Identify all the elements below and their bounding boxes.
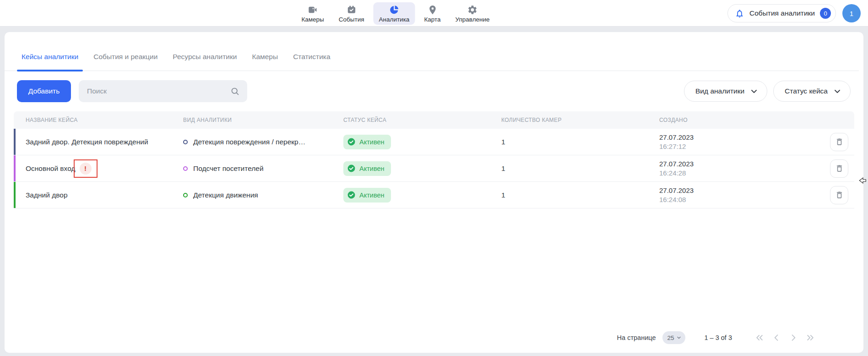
delete-case-button[interactable]	[830, 186, 848, 204]
analytics-type-cell: Детекция повреждения / перекр…	[183, 138, 343, 146]
header-created: СОЗДАНО	[659, 117, 806, 123]
top-bar: Камеры События Аналитика Карта Управлени…	[0, 0, 868, 27]
trash-icon	[835, 164, 844, 173]
next-page-icon[interactable]	[789, 333, 798, 342]
last-page-icon[interactable]	[806, 333, 815, 342]
delete-case-button[interactable]	[830, 133, 848, 151]
row-accent-bar	[14, 155, 16, 181]
row-accent-bar	[14, 182, 16, 208]
per-page-label: На странице	[617, 334, 656, 341]
analytics-type-label: Детекция повреждения / перекр…	[193, 138, 305, 146]
map-pin-icon	[427, 5, 438, 15]
analytics-type-cell: Подсчет посетителей	[183, 164, 343, 173]
row-accent-bar	[14, 129, 16, 155]
tab-events-reactions[interactable]: События и реакции	[93, 53, 157, 71]
nav-item-management[interactable]: Управление	[450, 2, 495, 25]
analytics-type-filter[interactable]: Вид аналитики	[684, 81, 767, 102]
analytics-events-label: События аналитики	[749, 9, 815, 17]
page-range: 1 – 3 of 3	[705, 334, 732, 341]
case-name: Задний двор. Детекция повреждений	[26, 138, 148, 146]
chevron-down-icon	[834, 88, 841, 95]
created-time: 16:24:08	[659, 195, 806, 204]
chevron-down-icon	[676, 335, 682, 340]
row-actions	[806, 186, 854, 204]
filters: Вид аналитики Статус кейса	[684, 81, 851, 102]
tab-statistics[interactable]: Статистика	[293, 53, 330, 71]
tab-analytics-resources[interactable]: Ресурсы аналитики	[173, 53, 237, 71]
nav-item-map[interactable]: Карта	[418, 2, 446, 25]
created-cell: 27.07.2023 16:24:28	[659, 159, 806, 178]
toolbar: Добавить Вид аналитики Статус кейса	[5, 71, 863, 111]
gear-icon	[467, 5, 478, 15]
nav-item-cameras[interactable]: Камеры	[296, 2, 329, 25]
search-icon[interactable]	[230, 87, 240, 96]
nav-item-label: Камеры	[301, 16, 324, 23]
per-page-select[interactable]: 25	[662, 331, 685, 344]
tab-analytics-cases[interactable]: Кейсы аналитики	[22, 53, 78, 71]
nav-item-label: События	[339, 16, 364, 23]
analytics-type-dot-icon	[183, 193, 188, 197]
analytics-type-cell: Детекция движения	[183, 191, 343, 199]
analytics-type-label: Детекция движения	[193, 191, 258, 199]
table-row[interactable]: Задний двор Детекция движения Активен 1 …	[14, 182, 854, 208]
case-status-filter-label: Статус кейса	[785, 87, 828, 95]
nav-item-label: Управление	[456, 16, 490, 23]
created-date: 27.07.2023	[659, 159, 806, 169]
check-circle-icon	[347, 191, 356, 199]
case-name-cell: Задний двор	[26, 191, 183, 199]
first-page-icon[interactable]	[755, 333, 764, 342]
search-input[interactable]	[87, 87, 230, 95]
created-date: 27.07.2023	[659, 133, 806, 142]
created-cell: 27.07.2023 16:27:12	[659, 133, 806, 151]
created-time: 16:27:12	[659, 142, 806, 151]
check-circle-icon	[347, 137, 356, 146]
status-label: Активен	[359, 192, 385, 199]
per-page-value: 25	[667, 334, 674, 341]
case-status-cell: Активен	[343, 188, 501, 203]
analytics-events-button[interactable]: События аналитики 0	[727, 4, 836, 22]
bell-icon	[735, 9, 744, 18]
trash-icon	[835, 191, 844, 199]
tab-bar: Кейсы аналитики События и реакции Ресурс…	[5, 32, 859, 71]
status-label: Активен	[359, 138, 385, 146]
previous-page-icon[interactable]	[772, 333, 781, 342]
case-status-cell: Активен	[343, 135, 501, 149]
top-bar-right: События аналитики 0 1	[727, 4, 861, 22]
table-row[interactable]: Задний двор. Детекция повреждений Детекц…	[14, 129, 854, 155]
warning-icon[interactable]: !	[80, 163, 92, 175]
camera-count-cell: 1	[501, 164, 659, 173]
pager	[755, 333, 815, 342]
mouse-cursor	[859, 176, 867, 185]
header-camera-count: КОЛИЧЕСТВО КАМЕР	[501, 117, 659, 123]
pie-chart-icon	[389, 5, 399, 15]
nav-item-analytics[interactable]: Аналитика	[374, 2, 415, 25]
table-row[interactable]: Основной вход ! Подсчет посетителей Акти…	[14, 155, 854, 182]
status-label: Активен	[359, 165, 385, 172]
table-header-row: НАЗВАНИЕ КЕЙСА ВИД АНАЛИТИКИ СТАТУС КЕЙС…	[14, 111, 854, 129]
analytics-type-filter-label: Вид аналитики	[695, 87, 744, 95]
created-cell: 27.07.2023 16:24:08	[659, 186, 806, 204]
status-badge: Активен	[343, 135, 391, 149]
nav-item-events[interactable]: События	[333, 2, 370, 25]
main-panel: Кейсы аналитики События и реакции Ресурс…	[5, 32, 863, 353]
events-count-badge: 0	[820, 8, 831, 19]
events-icon	[346, 5, 357, 15]
avatar[interactable]: 1	[842, 4, 861, 22]
tab-cameras[interactable]: Камеры	[252, 53, 278, 71]
delete-case-button[interactable]	[830, 159, 848, 178]
warning-highlight-box: !	[74, 159, 98, 178]
case-name: Основной вход	[26, 164, 76, 173]
status-badge: Активен	[343, 161, 391, 176]
add-button[interactable]: Добавить	[17, 80, 71, 102]
analytics-type-dot-icon	[183, 140, 188, 144]
case-status-filter[interactable]: Статус кейса	[773, 81, 851, 102]
camera-count-cell: 1	[501, 191, 659, 199]
created-date: 27.07.2023	[659, 186, 806, 195]
search-box	[79, 80, 247, 102]
row-actions	[806, 133, 854, 151]
created-time: 16:24:28	[659, 169, 806, 178]
analytics-type-dot-icon	[183, 166, 188, 171]
header-case-status: СТАТУС КЕЙСА	[343, 117, 501, 123]
trash-icon	[835, 137, 844, 146]
header-case-name: НАЗВАНИЕ КЕЙСА	[26, 117, 183, 123]
